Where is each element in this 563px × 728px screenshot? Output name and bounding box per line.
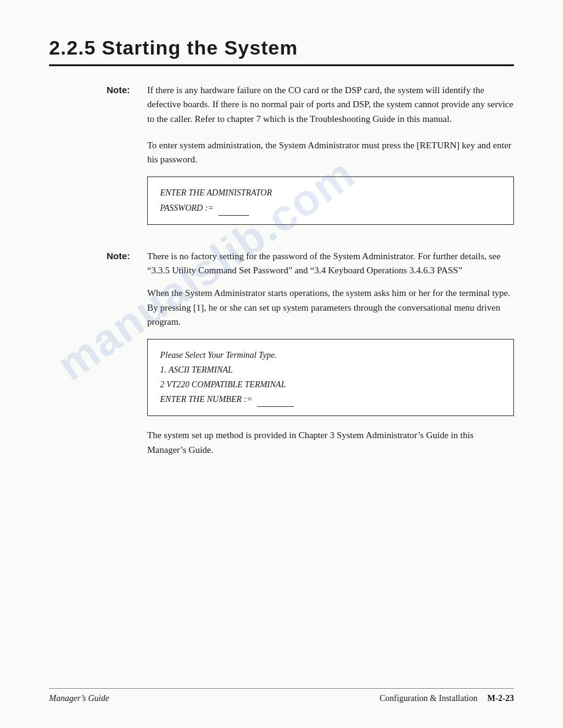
terminal2-line2: 1. ASCII TERMINAL bbox=[160, 363, 501, 377]
terminal-line1: ENTER THE ADMINISTRATOR bbox=[160, 186, 501, 200]
footer-right: Configuration & Installation M-2-23 bbox=[380, 694, 514, 703]
intro-paragraph: To enter system administration, the Syst… bbox=[147, 138, 514, 167]
terminal-box-password: ENTER THE ADMINISTRATOR PASSWORD := bbox=[147, 176, 514, 225]
closing-paragraph: The system set up method is provided in … bbox=[147, 428, 514, 457]
footer: Manager’s Guide Configuration & Installa… bbox=[49, 688, 514, 703]
page: manualslib.com 2.2.5 Starting the System… bbox=[0, 0, 563, 728]
terminal2-line4: ENTER THE NUMBER := bbox=[160, 392, 501, 407]
title-divider bbox=[49, 64, 514, 66]
note1-text: If there is any hardware failure on the … bbox=[147, 83, 514, 126]
terminal2-line3: 2 VT220 COMPATIBLE TERMINAL bbox=[160, 377, 501, 392]
intro-row: To enter system administration, the Syst… bbox=[147, 138, 514, 237]
terminal-line2: PASSWORD := bbox=[160, 200, 501, 216]
password-blank bbox=[218, 200, 249, 216]
note2-label-col: Note: bbox=[49, 249, 147, 457]
note1-row: Note: If there is any hardware failure o… bbox=[49, 83, 514, 126]
note2-text: There is no factory setting for the pass… bbox=[147, 249, 514, 457]
terminal-box-terminal-type: Please Select Your Terminal Type. 1. ASC… bbox=[147, 339, 514, 416]
note2-label: Note: bbox=[107, 251, 130, 261]
note1-label: Note: bbox=[107, 85, 130, 95]
section-title: 2.2.5 Starting the System bbox=[49, 37, 514, 59]
terminal2-line1: Please Select Your Terminal Type. bbox=[160, 348, 501, 363]
footer-page: M-2-23 bbox=[487, 694, 514, 703]
note1-label-col: Note: bbox=[49, 83, 147, 126]
content-area: Note: If there is any hardware failure o… bbox=[49, 83, 514, 469]
footer-center: Configuration & Installation bbox=[380, 694, 477, 703]
footer-left: Manager’s Guide bbox=[49, 694, 109, 703]
para2-text: When the System Administrator starts ope… bbox=[147, 286, 514, 329]
note1-paragraph: If there is any hardware failure on the … bbox=[147, 83, 514, 126]
number-blank bbox=[257, 392, 294, 407]
note2-row: Note: There is no factory setting for th… bbox=[49, 249, 514, 457]
note2-paragraph: There is no factory setting for the pass… bbox=[147, 249, 514, 278]
